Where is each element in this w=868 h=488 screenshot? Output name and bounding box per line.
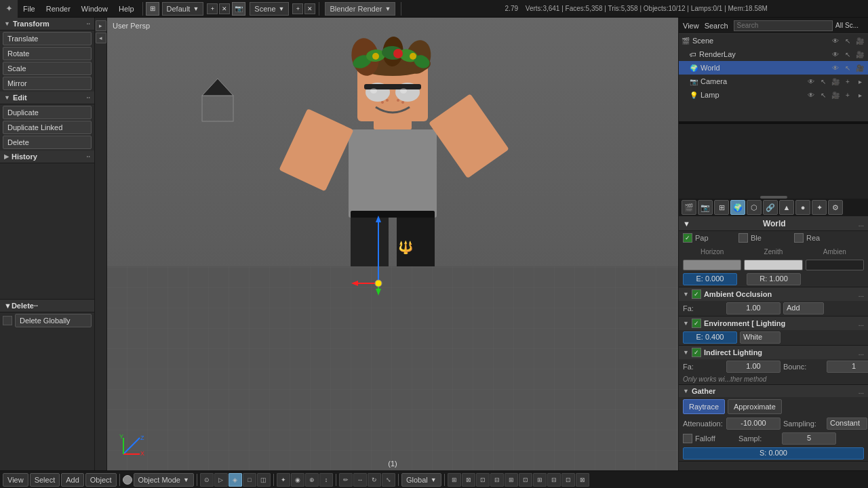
viewport-icon-1[interactable]: ✦: [277, 473, 290, 487]
zenith-color[interactable]: [744, 260, 802, 270]
viewport-strip-icon-1[interactable]: ▸: [96, 20, 106, 31]
delete-globally-btn[interactable]: Delete Globally: [15, 314, 92, 327]
mode-select[interactable]: Object Mode ▼: [134, 473, 194, 487]
delete-btn[interactable]: Delete: [3, 136, 92, 149]
props-icon-object[interactable]: ⬡: [747, 200, 762, 215]
camera-icon-btn[interactable]: 📷: [232, 2, 245, 16]
horizon-color[interactable]: [683, 260, 741, 270]
add-btn[interactable]: Add: [61, 473, 84, 487]
r-value[interactable]: R: 1.000: [747, 273, 801, 285]
lamp-vis-extra1[interactable]: +: [842, 92, 853, 99]
rl-vis-cursor[interactable]: ↖: [842, 51, 853, 58]
extra-icon-5[interactable]: ⊞: [505, 473, 518, 487]
vis-icon-render[interactable]: 🎥: [854, 37, 865, 45]
extra-icon-4[interactable]: ⊟: [490, 473, 504, 487]
outliner-item-renderlayer[interactable]: 🏷 RenderLay 👁 ↖ 🎥: [679, 47, 868, 61]
vis-icon-cursor[interactable]: ↖: [842, 37, 853, 45]
props-icon-scene[interactable]: 🎬: [682, 200, 696, 215]
lamp-vis-cursor[interactable]: ↖: [818, 92, 829, 99]
w-vis-render[interactable]: 🎥: [854, 64, 865, 72]
display-icon-3[interactable]: ◈: [229, 473, 242, 487]
ambien-color[interactable]: [806, 260, 864, 270]
viewport-icon-4[interactable]: ↕: [319, 473, 333, 487]
outliner-tab-all[interactable]: All Sc...: [835, 22, 859, 29]
rea-checkbox[interactable]: [794, 233, 804, 243]
ao-checkbox[interactable]: ✓: [692, 289, 701, 299]
gather-atten-value[interactable]: -10.000: [726, 418, 781, 430]
display-icon-1[interactable]: ⊙: [200, 473, 214, 487]
outliner-item-camera[interactable]: 📷 Camera 👁 ↖ 🎥 + ▸: [679, 75, 868, 88]
cam-vis-cursor[interactable]: ↖: [818, 78, 829, 85]
world-section-header[interactable]: ▼ World ...: [679, 217, 868, 231]
viewport-icon-2[interactable]: ◉: [291, 473, 304, 487]
props-icon-render[interactable]: 📷: [698, 200, 713, 215]
props-icon-world[interactable]: 🌍: [730, 200, 745, 215]
props-icon-data[interactable]: ▲: [779, 200, 794, 215]
gather-s-value[interactable]: S: 0.000: [683, 447, 864, 460]
transform-section-header[interactable]: ▼ Transform ··: [0, 18, 94, 30]
extra-icon-8[interactable]: ⊟: [547, 473, 561, 487]
vis-icon-eye[interactable]: 👁: [830, 37, 841, 45]
window-menu[interactable]: Window: [76, 0, 113, 18]
env-e-value[interactable]: E: 0.400: [683, 331, 737, 344]
global-select[interactable]: Global ▼: [401, 473, 441, 487]
duplicate-btn[interactable]: Duplicate: [3, 106, 92, 119]
ao-fa-value[interactable]: 1.00: [726, 302, 781, 314]
extra-icon-9[interactable]: ⊡: [561, 473, 575, 487]
props-icon-physics[interactable]: ⚙: [828, 200, 843, 215]
env-checkbox[interactable]: ✓: [692, 319, 701, 328]
indirect-checkbox[interactable]: ✓: [692, 348, 701, 357]
mirror-btn[interactable]: Mirror: [3, 77, 92, 90]
extra-icon-7[interactable]: ⊞: [533, 473, 547, 487]
extra-icon-6[interactable]: ⊡: [519, 473, 532, 487]
env-header[interactable]: ▼ ✓ Environment [ Lighting ...: [679, 317, 868, 330]
indirect-bounce-value[interactable]: 1: [827, 361, 868, 373]
cam-vis-extra1[interactable]: +: [842, 78, 853, 85]
outliner-search[interactable]: [734, 20, 833, 31]
transform-icon-scale[interactable]: ⤡: [382, 473, 395, 487]
display-icon-2[interactable]: ▷: [214, 473, 228, 487]
gather-samp-dropdown[interactable]: Constant: [827, 418, 867, 430]
add-scene-btn[interactable]: +: [292, 3, 303, 14]
display-icon-5[interactable]: ◫: [257, 473, 271, 487]
outliner-item-world[interactable]: 🌍 World 👁 ↖ 🎥: [679, 61, 868, 75]
rotate-btn[interactable]: Rotate: [3, 47, 92, 60]
object-btn[interactable]: Object: [85, 473, 117, 487]
e-value[interactable]: E: 0.000: [683, 273, 737, 285]
lamp-vis-eye[interactable]: 👁: [806, 92, 816, 99]
env-color-dropdown[interactable]: White: [740, 331, 781, 344]
display-icon-4[interactable]: □: [243, 473, 256, 487]
props-icon-material[interactable]: ●: [795, 200, 810, 215]
transform-icon-rotate[interactable]: ↻: [368, 473, 381, 487]
transform-icon-pencil[interactable]: ✏: [339, 473, 353, 487]
lamp-vis-extra2[interactable]: ▸: [854, 92, 865, 99]
outliner-item-lamp[interactable]: 💡 Lamp 👁 ↖ 🎥 + ▸: [679, 88, 868, 102]
indirect-fa-value[interactable]: 1.00: [726, 361, 781, 373]
outliner-tab-view[interactable]: View: [683, 22, 699, 30]
scene-selector[interactable]: Scene ▼: [250, 2, 289, 16]
ao-header[interactable]: ▼ ✓ Ambient Occlusion ...: [679, 287, 868, 301]
view-icon[interactable]: ⊞: [146, 2, 159, 16]
rl-vis-render[interactable]: 🎥: [854, 51, 865, 58]
rl-vis-eye[interactable]: 👁: [830, 51, 841, 58]
duplicate-linked-btn[interactable]: Duplicate Linked: [3, 121, 92, 134]
cam-vis-render[interactable]: 🎥: [830, 78, 841, 85]
delete-section-header[interactable]: ▼ Delete ··: [0, 299, 94, 312]
pap-checkbox[interactable]: ✓: [683, 233, 692, 243]
w-vis-eye[interactable]: 👁: [830, 64, 841, 72]
select-btn[interactable]: Select: [30, 473, 60, 487]
gather-header[interactable]: ▼ Gather ...: [679, 385, 868, 397]
render-engine[interactable]: Blender Render ▼: [325, 2, 395, 16]
render-menu[interactable]: Render: [41, 0, 76, 18]
history-section-header[interactable]: ▶ History ··: [0, 150, 94, 163]
w-vis-cursor[interactable]: ↖: [842, 64, 853, 72]
outliner-tab-search[interactable]: Search: [705, 22, 728, 30]
props-icon-layers[interactable]: ⊞: [714, 200, 729, 215]
transform-icon-move[interactable]: ↔: [353, 473, 367, 487]
add-layout-btn[interactable]: +: [207, 3, 218, 14]
ble-checkbox[interactable]: [738, 233, 748, 243]
extra-icon-2[interactable]: ⊠: [462, 473, 475, 487]
viewport[interactable]: User Persp: [107, 18, 678, 470]
viewport-icon-3[interactable]: ⊕: [305, 473, 319, 487]
gather-falloff-checkbox[interactable]: [683, 434, 692, 443]
